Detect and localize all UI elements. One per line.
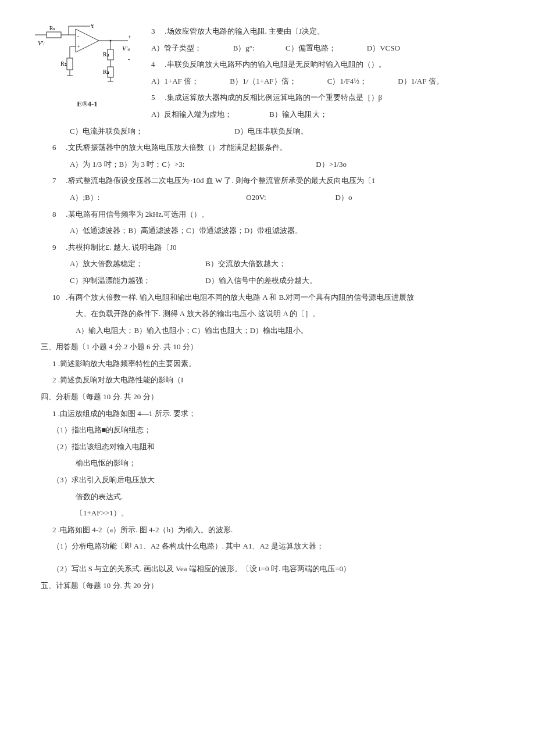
sec4-q1: 1 .由运放组成的电路如图 4—1 所示. 要求； (52, 406, 500, 422)
question-7-options: A）;B）: O20V: D）o (70, 189, 500, 206)
sec3-q1: 1 .简述影响放大电路频率特性的主要因素。 (52, 356, 500, 372)
sec4-q1-1: （1）指出电路■的反响组态； (52, 422, 500, 439)
svg-rect-1 (47, 32, 61, 38)
question-9: 9 .共模抑制比£. 越大. 说明电路〔J0 (52, 239, 500, 256)
sec4-q2: 2 .电路如图 4-2（a）所示. 图 4-2（b）为榆入。的波形. (52, 522, 500, 539)
question-7: 7 .桥式整流电路假设变压器二次电压为··10d 血 W 了. 则每个整流管所承… (52, 173, 500, 189)
sec4-q1-3c: 〔1+AF>>1）。 (76, 505, 500, 522)
svg-point-25 (110, 40, 112, 42)
circuit-figure: R₁ V'ᵢ - + R₂ R₄ R₃ + V'ₒ - (35, 23, 140, 113)
svg-text:+: + (128, 34, 131, 40)
section-3-header: 三、用答题〔1 小题 4 分.2 小题 6 分. 共 10 分） (41, 339, 500, 356)
question-6-options: A）为 1/3 吋；B）为 3 吋；C）>3: D）>1/3o (70, 156, 500, 173)
question-6: 6 .文氏桥振荡器中的放大电路电压放大倍数（）才能满足起振条件。 (52, 139, 500, 156)
opamp-circuit-svg: R₁ V'ᵢ - + R₂ R₄ R₃ + V'ₒ - (35, 23, 140, 93)
question-8: 8 .某电路有用信号频率为 2kHz.可选用（）。 (52, 206, 500, 223)
circuit-caption: E®4-1 (35, 96, 140, 113)
sec4-q2-1: （1）分析电路功能〔即 A1、A2 各构成什么电路）. 其中 A1、A2 是运算… (52, 538, 500, 555)
svg-text:R₄: R₄ (103, 51, 109, 58)
svg-text:V'ₒ: V'ₒ (122, 45, 130, 52)
question-10-options: A）输入电阻大；B）输入也阻小；C）输出也阻大；D）榆出电阻小。 (76, 323, 500, 339)
section-5-header: 五、计算题〔每题 10 分. 共 20 分） (41, 578, 500, 594)
svg-text:+: + (77, 43, 80, 49)
sec4-q1-2: （2）指出该组态对输入电阻和 (52, 439, 500, 456)
sec4-q1-2b: 榆出电怄的影响； (76, 455, 500, 472)
question-10-cont: 大。在负载开路的条件下. 测得 A 放大器的输出电压小. 这说明 A 的〔］。 (76, 306, 500, 323)
svg-text:R₁: R₁ (49, 25, 56, 31)
question-8-options: A）低通滤波器；B）高通滤波器；C）带通滤波器；D）带租滤波器。 (70, 223, 500, 239)
question-9-options-cd: C）抑制温漂能力越强； D）输入信号中的差模成分越大。 (70, 273, 500, 289)
sec3-q2: 2 .简述负反响对放大电路性能的影响（I (52, 372, 500, 389)
sec4-q1-3b: 倍数的表达式. (76, 489, 500, 506)
svg-text:R₂: R₂ (60, 60, 67, 67)
question-9-options-ab: A）放大倍数越稳定； B）交流放大倍数越大； (70, 256, 500, 273)
question-10: 10 .有两个放大倍数一样. 输入电阻和输出电阻不同的放大电路 A 和 B.对同… (52, 289, 500, 306)
svg-text:-: - (128, 56, 130, 62)
svg-text:V'ᵢ: V'ᵢ (38, 40, 45, 46)
question-5-options-cd: C）电流并联负反响； D）电压串联负反响。 (70, 123, 500, 140)
svg-rect-9 (67, 58, 73, 70)
sec4-q1-3: （3）求出引入反响后电压放大 (52, 472, 500, 489)
sec4-q2-2: （2）写出 S 与立的关系式. 画出以及 Vea 端相应的波形。〔设 t=0 吋… (52, 561, 500, 578)
svg-text:R₃: R₃ (103, 69, 109, 75)
section-4-header: 四、分析题〔每题 10 分. 共 20 分） (41, 389, 500, 406)
svg-text:-: - (77, 33, 79, 39)
svg-text:↯: ↯ (90, 23, 95, 29)
